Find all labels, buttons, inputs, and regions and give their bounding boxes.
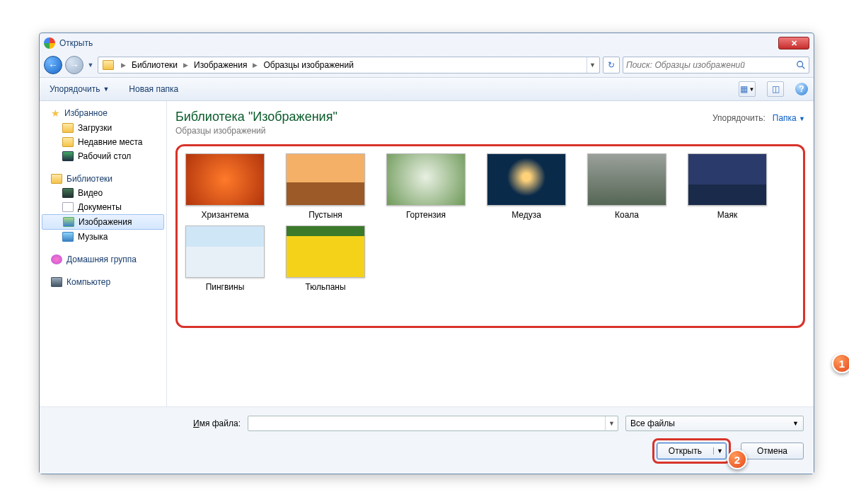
chevron-down-icon: ▼ (799, 115, 805, 122)
sidebar-favorites[interactable]: ★ Избранное (40, 105, 166, 121)
close-button[interactable]: ✕ (778, 37, 809, 49)
thumbnail-label: Медуза (512, 210, 541, 220)
file-thumb[interactable]: Хризантема (183, 153, 267, 220)
open-split-dropdown[interactable]: ▼ (713, 447, 726, 455)
thumbnail-label: Хризантема (201, 210, 248, 220)
chevron-down-icon: ▼ (792, 420, 799, 427)
breadcrumb-dropdown[interactable]: ▼ (587, 57, 598, 73)
chevron-right-icon: ▶ (117, 61, 130, 69)
svg-point-0 (797, 61, 803, 67)
history-dropdown[interactable]: ▼ (86, 61, 95, 69)
file-thumb[interactable]: Тюльпаны (284, 225, 367, 292)
file-grid-highlight: ХризантемаПустыняГортензияМедузаКоалаМая… (175, 144, 805, 328)
filename-dropdown[interactable]: ▼ (605, 416, 618, 430)
thumbnail-image (487, 153, 566, 206)
thumbnail-label: Коала (615, 210, 639, 220)
toolbar: Упорядочить ▼ Новая папка ▦ ▼ ◫ ? (40, 77, 814, 101)
search-input[interactable] (626, 60, 796, 70)
open-button-highlight: Открыть ▼ (652, 438, 731, 464)
file-grid[interactable]: ХризантемаПустыняГортензияМедузаКоалаМая… (183, 153, 797, 292)
organize-button[interactable]: Упорядочить ▼ (45, 81, 113, 97)
thumbnail-image (185, 153, 265, 206)
sidebar-item-music[interactable]: Музыка (40, 230, 166, 244)
breadcrumb-samples[interactable]: Образцы изображений (262, 60, 354, 70)
breadcrumb-bar[interactable]: ▶ Библиотеки ▶ Изображения ▶ Образцы изо… (98, 57, 600, 74)
library-title: Библиотека "Изображения" (175, 110, 337, 124)
cancel-button[interactable]: Отмена (741, 443, 804, 459)
search-icon (796, 60, 806, 70)
chevron-right-icon: ▶ (248, 61, 262, 69)
sort-dropdown[interactable]: Папка ▼ (773, 113, 805, 123)
filename-combo[interactable]: ▼ (248, 416, 618, 431)
content-area: Библиотека "Изображения" Образцы изображ… (167, 101, 814, 406)
star-icon: ★ (51, 107, 60, 119)
thumbnails-icon: ▦ (740, 84, 748, 94)
libraries-icon (51, 174, 62, 184)
dialog-footer: Имя файла: ▼ Все файлы ▼ Открыть ▼ Отмен… (40, 406, 814, 474)
folder-icon (62, 123, 74, 133)
thumbnail-label: Маяк (717, 210, 738, 220)
filetype-select[interactable]: Все файлы ▼ (625, 416, 804, 431)
sidebar-item-desktop[interactable]: Рабочий стол (40, 149, 166, 163)
computer-icon (51, 277, 62, 287)
homegroup-icon (51, 254, 62, 264)
open-button[interactable]: Открыть ▼ (657, 443, 727, 459)
open-file-dialog: Открыть ✕ ← → ▼ ▶ Библиотеки ▶ Изображен… (39, 33, 814, 474)
file-thumb[interactable]: Гортензия (384, 153, 468, 220)
desktop-icon (62, 151, 74, 161)
view-mode-button[interactable]: ▦ ▼ (739, 81, 756, 97)
file-thumb[interactable]: Пустыня (284, 153, 367, 220)
folder-icon (62, 137, 74, 147)
callout-2: 2 (727, 450, 747, 469)
thumbnail-image (185, 225, 265, 278)
sidebar-item-downloads[interactable]: Загрузки (40, 121, 166, 135)
thumbnail-label: Пустыня (308, 210, 342, 220)
sidebar-item-documents[interactable]: Документы (40, 200, 166, 214)
back-button[interactable]: ← (44, 56, 62, 74)
sidebar-item-images[interactable]: Изображения (42, 214, 164, 230)
titlebar: Открыть ✕ (40, 33, 814, 53)
thumbnail-image (688, 153, 767, 206)
filename-label: Имя файла: (50, 418, 241, 428)
thumbnail-label: Гортензия (406, 210, 446, 220)
sidebar[interactable]: ★ Избранное Загрузки Недавние места Рабо… (40, 101, 167, 406)
new-folder-button[interactable]: Новая папка (125, 81, 183, 97)
folder-icon (103, 60, 114, 70)
sort-label: Упорядочить: (712, 113, 766, 123)
breadcrumb-libraries[interactable]: Библиотеки (130, 60, 179, 70)
sidebar-libraries[interactable]: Библиотеки (40, 172, 166, 186)
video-icon (62, 188, 74, 198)
chrome-icon (44, 37, 55, 49)
file-thumb[interactable]: Маяк (686, 153, 769, 220)
sidebar-item-recent[interactable]: Недавние места (40, 135, 166, 149)
file-thumb[interactable]: Коала (585, 153, 669, 220)
refresh-button[interactable]: ↻ (603, 57, 620, 74)
svg-line-1 (802, 66, 805, 69)
filename-input[interactable] (248, 418, 605, 428)
music-icon (62, 232, 74, 242)
thumbnail-image (587, 153, 666, 206)
chevron-down-icon: ▼ (749, 86, 755, 93)
thumbnail-label: Тюльпаны (305, 282, 345, 292)
thumbnail-image (386, 153, 466, 206)
preview-pane-button[interactable]: ◫ (767, 81, 784, 97)
file-thumb[interactable]: Медуза (485, 153, 568, 220)
forward-button[interactable]: → (65, 56, 83, 74)
image-icon (63, 217, 74, 227)
preview-icon: ◫ (772, 84, 780, 94)
document-icon (62, 202, 74, 212)
breadcrumb-images[interactable]: Изображения (192, 60, 248, 70)
thumbnail-label: Пингвины (206, 282, 245, 292)
sidebar-homegroup[interactable]: Домашняя группа (40, 252, 166, 266)
thumbnail-image (286, 225, 365, 278)
chevron-down-icon: ▼ (103, 86, 109, 93)
file-thumb[interactable]: Пингвины (183, 225, 267, 292)
help-button[interactable]: ? (795, 83, 808, 95)
search-box[interactable] (623, 57, 809, 74)
sidebar-computer[interactable]: Компьютер (40, 275, 166, 289)
nav-bar: ← → ▼ ▶ Библиотеки ▶ Изображения ▶ Образ… (40, 53, 814, 77)
window-title: Открыть (59, 38, 93, 48)
library-subtitle: Образцы изображений (175, 126, 337, 136)
sidebar-item-video[interactable]: Видео (40, 186, 166, 200)
callout-1: 1 (832, 353, 849, 373)
